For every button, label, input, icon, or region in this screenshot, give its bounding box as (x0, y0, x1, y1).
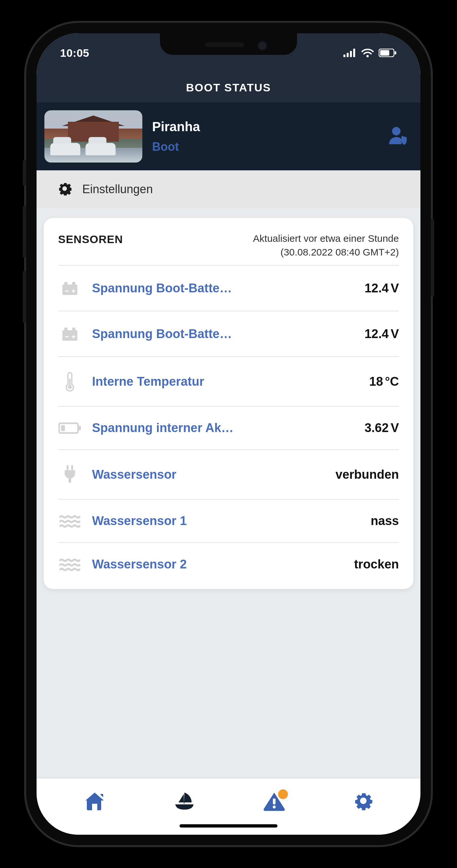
boat-info: Piranha Boot (152, 119, 377, 154)
sensor-name: Spannung Boot-Batte… (92, 327, 354, 341)
sensor-row[interactable]: Wassersensor 1 nass (58, 499, 399, 542)
svg-rect-7 (395, 51, 396, 55)
side-button (431, 219, 434, 297)
boat-header[interactable]: Piranha Boot (36, 102, 421, 170)
boat-type: Boot (152, 140, 377, 154)
home-icon (83, 806, 106, 812)
svg-point-4 (367, 55, 369, 57)
sensor-name: Spannung interner Ak… (92, 421, 354, 435)
svg-rect-2 (350, 51, 352, 57)
content-area: SENSOREN Aktualisiert vor etwa einer Stu… (36, 208, 421, 779)
updated-timestamp: (30.08.2022 08:40 GMT+2) (136, 247, 399, 258)
boat-name: Piranha (152, 119, 377, 134)
sensor-name: Interne Temperatur (92, 375, 359, 389)
page-title: BOOT STATUS (186, 81, 271, 94)
svg-rect-0 (343, 55, 345, 57)
home-indicator (180, 824, 277, 828)
svg-rect-27 (71, 465, 73, 470)
updated-label: Aktualisiert vor etwa einer Stunde (136, 233, 399, 244)
sensor-value: 12.4V (365, 281, 399, 295)
side-button (23, 206, 26, 258)
sensor-name: Spannung Boot-Batte… (92, 281, 354, 295)
svg-rect-26 (67, 465, 68, 470)
phone-frame: 10:05 BOOT STATUS (26, 23, 431, 845)
user-shield-icon[interactable] (387, 126, 409, 147)
svg-rect-11 (72, 282, 75, 285)
tab-home[interactable] (83, 790, 106, 812)
sensor-value: 3.62V (365, 421, 399, 435)
svg-rect-16 (64, 328, 67, 331)
thermometer-icon (58, 371, 82, 392)
status-time: 10:05 (60, 46, 89, 59)
svg-rect-1 (347, 53, 348, 57)
svg-rect-3 (353, 49, 355, 57)
settings-label: Einstellungen (82, 182, 153, 196)
battery-icon (58, 326, 82, 342)
svg-rect-9 (62, 284, 78, 295)
sensor-value: 18°C (369, 375, 399, 389)
wifi-icon (361, 48, 374, 57)
sensor-name: Wassersensor 2 (92, 557, 344, 571)
gear-icon (352, 807, 374, 813)
notch (160, 33, 297, 55)
gear-icon (56, 180, 73, 198)
svg-rect-25 (61, 425, 65, 431)
signal-icon (343, 49, 357, 57)
sensor-value: nass (370, 514, 399, 528)
sensor-row[interactable]: Wassersensor 2 trocken (58, 542, 399, 586)
boat-icon (173, 806, 196, 812)
svg-rect-15 (62, 330, 78, 341)
svg-rect-6 (380, 50, 390, 56)
svg-point-8 (392, 127, 400, 135)
screen: 10:05 BOOT STATUS (36, 33, 421, 835)
sensor-value: verbunden (336, 468, 399, 482)
battery-icon (379, 49, 397, 57)
battery-h-icon (58, 422, 82, 434)
sensors-card: SENSOREN Aktualisiert vor etwa einer Stu… (44, 218, 413, 589)
side-button (23, 160, 26, 186)
tab-alerts[interactable] (263, 790, 286, 812)
sensor-name: Wassersensor (92, 468, 325, 482)
sensor-row[interactable]: Spannung interner Ak… 3.62V (58, 406, 399, 450)
sensors-title: SENSOREN (58, 233, 123, 246)
sensor-row[interactable]: Spannung Boot-Batte… 12.4V (58, 265, 399, 311)
sensor-name: Wassersensor 1 (92, 514, 360, 528)
sensor-row[interactable]: Wassersensor verbunden (58, 450, 399, 499)
svg-point-29 (273, 806, 275, 809)
svg-rect-28 (273, 799, 275, 804)
sensor-row[interactable]: Spannung Boot-Batte… 12.4V (58, 311, 399, 356)
waves-icon (58, 558, 82, 571)
battery-icon (58, 280, 82, 296)
boat-thumbnail (44, 110, 142, 162)
svg-rect-17 (72, 328, 75, 331)
tab-boat[interactable] (173, 790, 196, 812)
svg-rect-10 (64, 282, 67, 285)
waves-icon (58, 514, 82, 528)
side-button (23, 271, 26, 323)
sensor-value: trocken (354, 557, 399, 571)
settings-row[interactable]: Einstellungen (36, 170, 421, 208)
title-bar: BOOT STATUS (36, 72, 421, 102)
tab-gear[interactable] (352, 790, 374, 813)
sensor-list: Spannung Boot-Batte… 12.4V Spannung Boot… (58, 265, 399, 586)
sensor-value: 12.4V (365, 327, 399, 341)
plug-icon (58, 464, 82, 485)
svg-rect-24 (79, 426, 81, 430)
notification-badge (277, 788, 289, 801)
tab-bar (36, 779, 421, 835)
sensor-row[interactable]: Interne Temperatur 18°C (58, 356, 399, 406)
alerts-icon (263, 806, 286, 812)
